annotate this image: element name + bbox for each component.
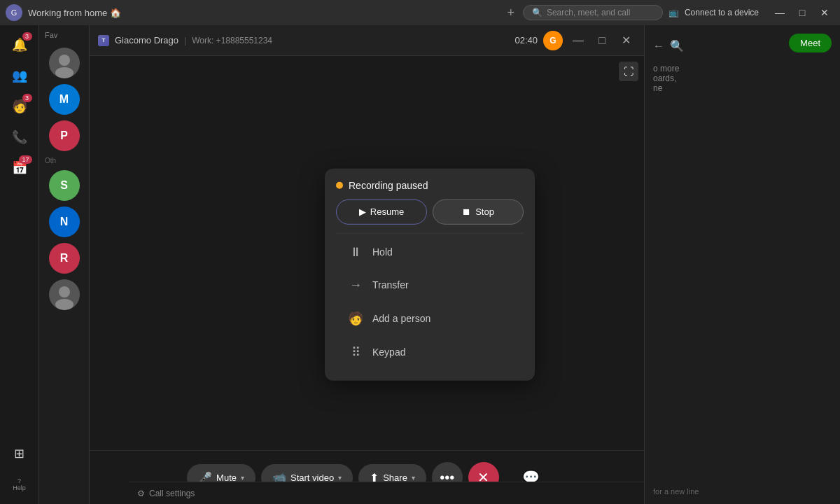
contact-avatar-4[interactable]: S [49, 170, 80, 201]
search-placeholder: Search, meet, and call [547, 8, 630, 18]
right-panel-text-1: o more [653, 64, 832, 74]
recording-dot [336, 181, 343, 188]
activity-badge: 3 [22, 32, 32, 41]
sidebar-item-calendar[interactable]: 📅 17 [6, 154, 34, 182]
contact-avatar-1[interactable] [49, 48, 80, 78]
share-chevron-icon[interactable]: ▾ [412, 474, 415, 482]
keypad-icon: ⠿ [347, 344, 364, 359]
app-layout: 🔔 3 👥 🧑 3 📞 📅 17 ⊞ ? Help Fav [0, 25, 840, 504]
stop-button[interactable]: ⏹ Stop [433, 199, 524, 224]
call-header-avatar: G [543, 31, 563, 50]
sidebar-item-teams[interactable]: 👥 [6, 62, 34, 90]
transfer-label: Transfer [372, 279, 409, 290]
right-panel-text-4: for a new line [653, 487, 832, 496]
right-panel-text-3: ne [653, 83, 832, 93]
hold-icon: ⏸ [347, 244, 364, 259]
video-chevron-icon[interactable]: ▾ [338, 474, 342, 482]
minimize-button[interactable]: — [770, 3, 790, 22]
keypad-label: Keypad [372, 346, 405, 357]
avatar-initial: G [550, 36, 556, 46]
sidebar-item-apps[interactable]: ⊞ [6, 440, 34, 468]
meet-label: Meet [800, 38, 820, 48]
hold-menu-item[interactable]: ⏸ Hold [336, 236, 524, 267]
search-bar[interactable]: 🔍 Search, meet, and call [523, 5, 663, 20]
stop-label: Stop [475, 206, 494, 217]
title-bar-actions: 📺 Connect to a device [668, 8, 759, 18]
maximize-button[interactable]: □ [792, 3, 812, 22]
main-call-area: T Giacomo Drago | Work: +18885551234 02:… [90, 25, 644, 504]
transfer-icon: → [347, 277, 364, 292]
sidebar-bottom: ⊞ ? Help [6, 440, 34, 498]
divider-1 [336, 232, 524, 233]
connect-device-icon: 📺 [668, 8, 679, 18]
right-panel: ← 🔍 Meet o more oards, ne for a new line [644, 25, 840, 504]
contact-avatar-2[interactable]: M [49, 84, 80, 115]
call-settings-bar: ⚙ Call settings [129, 482, 644, 504]
close-call-button[interactable]: ✕ [616, 31, 636, 50]
call-header-controls: — □ ✕ [568, 31, 636, 50]
add-tab-button[interactable]: + [504, 6, 517, 20]
connect-device-label[interactable]: Connect to a device [685, 8, 759, 18]
contact-avatar-3[interactable]: P [49, 120, 80, 151]
right-panel-text-2: oards, [653, 74, 832, 83]
contact-section-other: Oth [39, 154, 89, 167]
add-person-menu-item[interactable]: 🧑 Add a person [336, 302, 524, 334]
mute-chevron-icon[interactable]: ▾ [241, 474, 244, 482]
sidebar-item-help[interactable]: ? Help [6, 470, 34, 498]
add-person-label: Add a person [372, 312, 430, 323]
contact-avatar-6[interactable]: R [49, 243, 80, 274]
recording-status-text: Recording paused [349, 179, 428, 190]
close-button[interactable]: ✕ [815, 3, 834, 22]
sidebar: 🔔 3 👥 🧑 3 📞 📅 17 ⊞ ? Help [0, 25, 39, 504]
separator: | [184, 36, 186, 46]
recording-buttons: ▶ Resume ⏹ Stop [336, 199, 524, 224]
people-badge: 3 [22, 94, 32, 102]
help-label: Help [13, 484, 26, 491]
back-icon[interactable]: ← [653, 40, 664, 52]
calendar-badge: 17 [19, 155, 31, 164]
minimize-call-button[interactable]: — [568, 31, 588, 50]
search-icon: 🔍 [532, 8, 542, 18]
contact-avatar-7[interactable] [49, 279, 80, 310]
contact-name: Giacomo Drago [115, 35, 178, 46]
call-content: ⛶ [90, 56, 644, 450]
call-timer: 02:40 [514, 35, 538, 46]
add-person-icon: 🧑 [347, 310, 364, 326]
resume-label: Resume [370, 206, 404, 217]
contact-panel-header: Fav [39, 25, 89, 45]
hold-label: Hold [372, 246, 393, 258]
resume-icon: ▶ [359, 206, 366, 217]
fullscreen-button[interactable]: ⛶ [619, 62, 638, 81]
meet-button[interactable]: Meet [789, 34, 832, 52]
contact-panel: Fav M P Oth S N R [39, 25, 90, 504]
svg-point-2 [59, 286, 70, 298]
help-icon: ? [18, 477, 21, 484]
svg-point-1 [55, 67, 74, 78]
stop-icon: ⏹ [462, 206, 471, 217]
contact-work: Work: +18885551234 [192, 36, 272, 46]
teams-logo: T [98, 35, 109, 46]
transfer-menu-item[interactable]: → Transfer [336, 269, 524, 300]
settings-icon: ⚙ [137, 489, 145, 498]
svg-point-3 [55, 299, 74, 310]
keypad-menu-item[interactable]: ⠿ Keypad [336, 335, 524, 368]
settings-label[interactable]: Call settings [149, 489, 195, 498]
sidebar-item-activity[interactable]: 🔔 3 [6, 31, 34, 59]
window-title: Working from home 🏠 [28, 8, 498, 18]
call-header: T Giacomo Drago | Work: +18885551234 02:… [90, 25, 644, 56]
contact-avatar-5[interactable]: N [49, 206, 80, 237]
sidebar-item-people[interactable]: 🧑 3 [6, 92, 34, 120]
title-bar: G Working from home 🏠 + 🔍 Search, meet, … [0, 0, 840, 25]
maximize-call-button[interactable]: □ [592, 31, 612, 50]
resume-button[interactable]: ▶ Resume [336, 199, 427, 224]
window-controls: — □ ✕ [770, 3, 834, 22]
right-search-icon[interactable]: 🔍 [670, 39, 684, 52]
recording-status: Recording paused [336, 179, 524, 190]
sidebar-item-calls[interactable]: 📞 [6, 123, 34, 151]
svg-point-0 [59, 55, 70, 66]
recording-popup: Recording paused ▶ Resume ⏹ Stop ⏸ Hold [325, 168, 535, 380]
user-avatar: G [6, 4, 22, 21]
